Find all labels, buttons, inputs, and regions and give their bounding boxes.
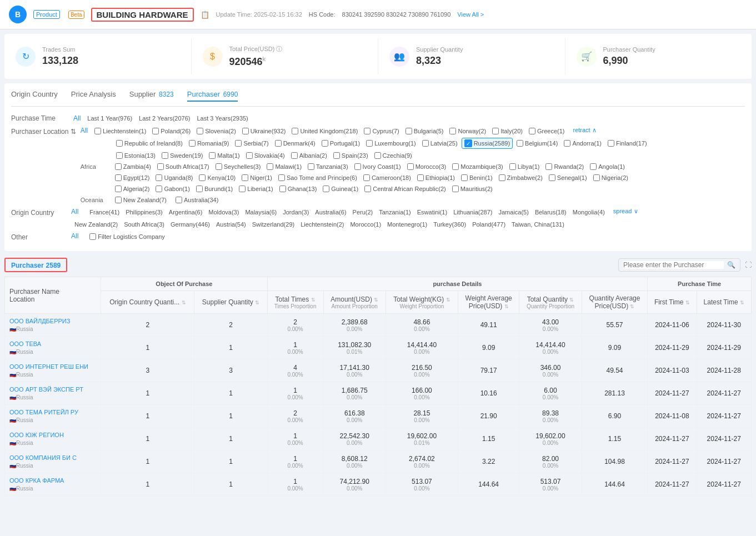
view-all-link[interactable]: View All > bbox=[457, 11, 484, 18]
purchaser-name-1[interactable]: ООО ТЕВА bbox=[9, 340, 41, 347]
liechtenstein-option[interactable]: Liechtenstein(1) bbox=[92, 127, 148, 136]
serbia-checkbox[interactable] bbox=[235, 140, 242, 147]
purchaser-name-4[interactable]: ООО ТЕМА РИТЕЙЛ РУ bbox=[9, 409, 78, 415]
estonia-option[interactable]: Estonia(13) bbox=[114, 151, 158, 160]
seychelles-opt[interactable]: Seychelles(3) bbox=[213, 162, 263, 171]
purchaser-name-5[interactable]: ООО ЮЖ РЕГИОН bbox=[9, 432, 64, 438]
uk-checkbox[interactable] bbox=[292, 128, 298, 134]
morocco-opt[interactable]: Morocco(3) bbox=[405, 162, 449, 171]
col-total-times[interactable]: Total Times ⇅Times Proportion bbox=[267, 291, 323, 314]
zambia-opt[interactable]: Zambia(4) bbox=[113, 162, 153, 171]
col-origin-qty[interactable]: Origin Country Quanti... ⇅ bbox=[101, 291, 194, 314]
tab-purchaser[interactable]: Purchaser 6990 bbox=[187, 90, 238, 102]
malta-option[interactable]: Malta(1) bbox=[207, 151, 242, 160]
poland-option[interactable]: Poland(26) bbox=[150, 127, 193, 136]
denmark-checkbox[interactable] bbox=[275, 140, 282, 147]
col-supplier-qty[interactable]: Supplier Quantity ⇅ bbox=[194, 291, 267, 314]
purchaser-search-box[interactable]: 🔍 bbox=[618, 258, 740, 272]
serbia-option[interactable]: Serbia(7) bbox=[233, 138, 271, 149]
col-qty-avg[interactable]: Quantity AveragePrice(USD) ⇅ bbox=[582, 291, 648, 314]
greece-checkbox[interactable] bbox=[529, 128, 535, 134]
search-icon[interactable]: 🔍 bbox=[727, 261, 735, 269]
malawi-opt[interactable]: Malawi(1) bbox=[264, 162, 304, 171]
bulgaria-option[interactable]: Bulgaria(5) bbox=[403, 127, 446, 136]
spain-option[interactable]: Spain(23) bbox=[331, 151, 371, 160]
romania-checkbox[interactable] bbox=[189, 140, 196, 147]
slovenia-checkbox[interactable] bbox=[197, 128, 203, 134]
ukraine-checkbox[interactable] bbox=[242, 128, 249, 134]
ivorycoast-opt[interactable]: Ivory Coast(1) bbox=[352, 162, 403, 171]
tab-price-analysis[interactable]: Price Analysis bbox=[71, 90, 116, 102]
purchaser-name-3[interactable]: ООО АРТ ВЭЙ ЭКСПЕ РТ bbox=[9, 386, 83, 393]
luxembourg-checkbox[interactable] bbox=[366, 140, 373, 147]
ireland-option[interactable]: Republic of Ireland(8) bbox=[114, 138, 185, 149]
finland-option[interactable]: Finland(17) bbox=[605, 138, 649, 149]
liechtenstein-checkbox[interactable] bbox=[94, 128, 101, 134]
europe-row2: Republic of Ireland(8) Romania(9) Serbia… bbox=[81, 138, 745, 149]
rwanda-opt[interactable]: Rwanda(2) bbox=[543, 162, 586, 171]
col-first-time[interactable]: First Time ⇅ bbox=[648, 291, 697, 314]
cyprus-option[interactable]: Cyprus(7) bbox=[362, 127, 401, 136]
cyprus-checkbox[interactable] bbox=[364, 128, 371, 134]
other-all-option[interactable]: All bbox=[71, 232, 78, 240]
portugal-option[interactable]: Portugal(1) bbox=[319, 138, 362, 149]
bulgaria-checkbox[interactable] bbox=[405, 128, 412, 134]
norway-checkbox[interactable] bbox=[449, 128, 456, 134]
col-weight-avg[interactable]: Weight AveragePrice(USD) ⇅ bbox=[458, 291, 519, 314]
time-all-option[interactable]: All bbox=[71, 113, 83, 123]
poland-checkbox[interactable] bbox=[152, 128, 159, 134]
czechia-option[interactable]: Czechia(9) bbox=[372, 151, 414, 160]
purchaser-name-6[interactable]: ООО КОМПАНИЯ БИ С bbox=[9, 454, 77, 461]
retract-button[interactable]: retract ∧ bbox=[573, 127, 597, 136]
expand-icon[interactable]: ⛶ bbox=[745, 261, 752, 269]
logistics-checkbox[interactable] bbox=[89, 233, 96, 240]
ukraine-option[interactable]: Ukraine(932) bbox=[240, 127, 288, 136]
purchaser-name-7[interactable]: ООО КРКА ФАРМА bbox=[9, 477, 64, 484]
albania-option[interactable]: Albania(2) bbox=[289, 151, 329, 160]
russia-checkbox-checked[interactable]: ✓ bbox=[464, 139, 472, 147]
finland-checkbox[interactable] bbox=[608, 140, 614, 147]
tanzania-opt[interactable]: Tanzania(3) bbox=[306, 162, 350, 171]
slovenia-option[interactable]: Slovenia(2) bbox=[194, 127, 238, 136]
latvia-option[interactable]: Latvia(25) bbox=[420, 138, 460, 149]
col-total-weight[interactable]: Total Weight(KG) ⇅Weight Proportion bbox=[385, 291, 458, 314]
southafrica-opt[interactable]: South Africa(17) bbox=[155, 162, 212, 171]
ireland-checkbox[interactable] bbox=[116, 140, 123, 147]
col-amount[interactable]: Amount(USD) ⇅Amount Proportion bbox=[323, 291, 385, 314]
tab-origin-country[interactable]: Origin Country bbox=[11, 90, 58, 102]
purchaser-search-input[interactable] bbox=[623, 261, 724, 269]
libya-opt[interactable]: Libya(1) bbox=[507, 162, 542, 171]
luxembourg-option[interactable]: Luxembourg(1) bbox=[364, 138, 418, 149]
col-latest-time[interactable]: Latest Time ⇅ bbox=[697, 291, 752, 314]
andorra-checkbox[interactable] bbox=[564, 140, 570, 147]
time-3years-option[interactable]: Last 3 Years(2935) bbox=[194, 113, 250, 123]
slovakia-option[interactable]: Slovakia(4) bbox=[244, 151, 287, 160]
norway-option[interactable]: Norway(2) bbox=[447, 127, 488, 136]
latvia-checkbox[interactable] bbox=[422, 140, 429, 147]
purchaser-name-0[interactable]: ООО ВАЙЛДБЕРРИЗ bbox=[9, 318, 70, 324]
location-all-option[interactable]: All bbox=[81, 127, 88, 134]
purchaser-name-2[interactable]: ООО ИНТЕРНЕТ РЕШ ЕНИ bbox=[9, 363, 88, 370]
angola-opt[interactable]: Angola(1) bbox=[588, 162, 627, 171]
logistics-filter-option[interactable]: Filter Logistics Company bbox=[87, 232, 167, 241]
time-1year-option[interactable]: Last 1 Year(976) bbox=[85, 113, 134, 123]
origin-country-label: Origin Country bbox=[11, 208, 67, 217]
tab-supplier[interactable]: Supplier 8323 bbox=[129, 90, 174, 102]
greece-option[interactable]: Greece(1) bbox=[527, 127, 567, 136]
italy-checkbox[interactable] bbox=[492, 128, 499, 134]
belgium-option[interactable]: Belgium(14) bbox=[514, 138, 560, 149]
col-total-qty[interactable]: Total Quantity ⇅Quantity Proportion bbox=[519, 291, 582, 314]
denmark-option[interactable]: Denmark(4) bbox=[273, 138, 318, 149]
origin-all-option[interactable]: All bbox=[71, 208, 78, 216]
time-2years-option[interactable]: Last 2 Years(2076) bbox=[137, 113, 192, 123]
spread-button[interactable]: spread ∨ bbox=[613, 208, 638, 217]
mozambique-opt[interactable]: Mozambique(3) bbox=[450, 162, 505, 171]
andorra-option[interactable]: Andorra(1) bbox=[562, 138, 604, 149]
uk-option[interactable]: United Kingdom(218) bbox=[289, 127, 360, 136]
russia-option[interactable]: ✓ Russia(2589) bbox=[462, 138, 513, 149]
italy-option[interactable]: Italy(20) bbox=[490, 127, 525, 136]
belgium-checkbox[interactable] bbox=[517, 140, 523, 147]
portugal-checkbox[interactable] bbox=[322, 140, 328, 147]
romania-option[interactable]: Romania(9) bbox=[187, 138, 231, 149]
sweden-option[interactable]: Sweden(19) bbox=[159, 151, 205, 160]
